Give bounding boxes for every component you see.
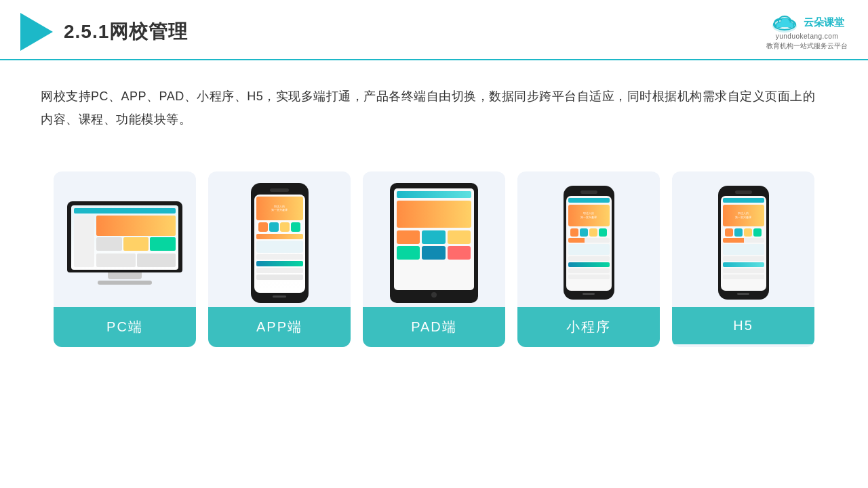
header: 2.5.1网校管理 云朵课堂 yunduoketang.com 教育机构一站式服… (0, 0, 868, 60)
header-left: 2.5.1网校管理 (20, 13, 188, 51)
pad-label: PAD端 (363, 307, 505, 347)
brand-logo: 云朵课堂 yunduoketang.com 教育机构一站式服务云平台 (766, 12, 848, 51)
triangle-logo-icon (20, 13, 53, 51)
pad-image-area (363, 171, 505, 307)
pc-monitor-icon (67, 201, 182, 285)
miniapp-image-area: 职达人的第一堂兴趣课 (517, 171, 660, 307)
logo-cn-text: 云朵课堂 (804, 16, 844, 29)
app-image-area: 职达人的第一堂兴趣课 (208, 171, 351, 307)
app-label: APP端 (208, 307, 351, 347)
miniapp-phone-icon: 职达人的第一堂兴趣课 (564, 186, 614, 300)
pad-tablet-icon (390, 183, 478, 303)
logo-slogan-text: 教育机构一站式服务云平台 (766, 41, 848, 51)
cards-container: PC端 职达人的第一堂兴趣课 (0, 151, 868, 361)
h5-phone-icon: 职达人的第一堂兴趣课 (718, 186, 769, 300)
description-text: 网校支持PC、APP、PAD、小程序、H5，实现多端打通，产品各终端自由切换，数… (0, 60, 868, 144)
card-pad: PAD端 (363, 171, 505, 347)
h5-label: H5 (672, 307, 814, 344)
card-app: 职达人的第一堂兴趣课 (208, 171, 351, 347)
h5-image-area: 职达人的第一堂兴趣课 (672, 171, 814, 307)
card-miniapp: 职达人的第一堂兴趣课 (517, 171, 660, 347)
page-title: 2.5.1网校管理 (64, 19, 188, 45)
card-h5: 职达人的第一堂兴趣课 (672, 171, 814, 347)
cloud-logo-icon: 云朵课堂 (770, 12, 844, 33)
cloud-icon (770, 12, 800, 33)
app-phone-icon: 职达人的第一堂兴趣课 (251, 183, 309, 303)
pc-label: PC端 (54, 307, 196, 347)
logo-en-text: yunduoketang.com (776, 33, 839, 40)
card-pc: PC端 (54, 171, 196, 347)
miniapp-label: 小程序 (517, 307, 660, 347)
pc-image-area (54, 171, 196, 307)
